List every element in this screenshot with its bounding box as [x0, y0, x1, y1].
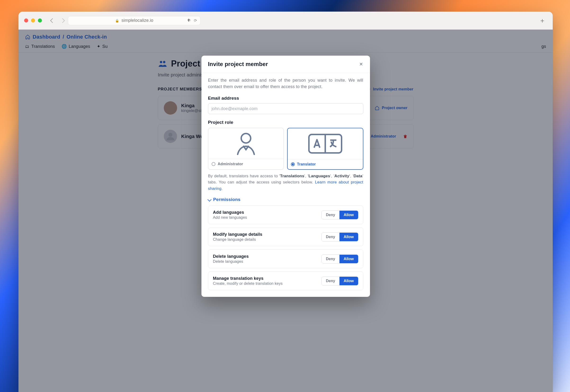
perm-toggle: Deny Allow: [321, 277, 358, 285]
permission-row: Delete languages Delete languages Deny A…: [208, 250, 363, 268]
perm-desc: Create, modify or delete translation key…: [213, 281, 283, 286]
new-tab-button[interactable]: ＋: [539, 16, 546, 25]
perm-desc: Change language details: [213, 238, 263, 242]
safari-window: 🔒 simplelocalize.io 🗣 ⟳ ＋ Dashboard / On…: [18, 12, 553, 392]
fullscreen-window-button[interactable]: [38, 18, 42, 23]
svg-point-5: [241, 134, 251, 143]
radio-icon: [291, 162, 295, 166]
lock-icon: 🔒: [115, 19, 119, 23]
deny-button[interactable]: Deny: [322, 211, 339, 219]
perm-toggle: Deny Allow: [321, 254, 358, 264]
permission-row: Modify language details Change language …: [208, 227, 363, 246]
close-window-button[interactable]: [24, 18, 28, 23]
forward-button[interactable]: [60, 18, 65, 23]
role-note: By default, translators have access to '…: [208, 173, 363, 192]
perm-title: Add languages: [213, 210, 247, 215]
perm-desc: Add new languages: [213, 215, 247, 220]
browser-titlebar: 🔒 simplelocalize.io 🗣 ⟳ ＋: [18, 12, 553, 29]
translate-icon[interactable]: 🗣: [187, 18, 191, 23]
perm-title: Manage translation keys: [213, 276, 283, 281]
translator-illustration-icon: [288, 128, 363, 159]
deny-button[interactable]: Deny: [322, 277, 339, 285]
role-label: Project role: [208, 120, 363, 125]
admin-illustration-icon: [208, 128, 284, 159]
deny-button[interactable]: Deny: [322, 255, 339, 263]
permission-row: Add languages Add new languages Deny All…: [208, 206, 363, 224]
invite-member-modal: Invite project member ✕ Enter the email …: [201, 56, 370, 297]
modal-intro: Enter the email address and role of the …: [208, 77, 363, 90]
address-actions: 🗣 ⟳: [187, 18, 197, 23]
perm-toggle: Deny Allow: [321, 210, 358, 219]
allow-button[interactable]: Allow: [339, 277, 358, 285]
perm-title: Delete languages: [213, 254, 249, 259]
role-option-translator[interactable]: Translator: [287, 128, 363, 170]
chevron-down-icon: [207, 198, 211, 202]
minimize-window-button[interactable]: [31, 18, 35, 23]
email-label: Email address: [208, 96, 363, 101]
email-input[interactable]: [208, 103, 363, 114]
perm-desc: Delete languages: [213, 259, 249, 264]
close-modal-button[interactable]: ✕: [359, 61, 363, 67]
perm-title: Modify language details: [213, 232, 263, 237]
role-option-administrator[interactable]: Administrator: [208, 128, 284, 170]
address-bar[interactable]: 🔒 simplelocalize.io 🗣 ⟳: [68, 16, 200, 25]
allow-button[interactable]: Allow: [339, 211, 358, 219]
permissions-toggle[interactable]: Permissions: [208, 197, 363, 202]
role-name: Administrator: [218, 162, 243, 166]
perm-toggle: Deny Allow: [321, 232, 358, 241]
allow-button[interactable]: Allow: [339, 233, 358, 241]
reload-icon[interactable]: ⟳: [194, 18, 197, 23]
nav-buttons: [51, 19, 64, 22]
back-button[interactable]: [50, 18, 55, 23]
role-name: Translator: [297, 162, 316, 167]
radio-icon: [212, 162, 215, 166]
permission-row: Manage translation keys Create, modify o…: [208, 271, 363, 290]
window-controls: [24, 18, 42, 23]
permissions-label: Permissions: [213, 197, 240, 202]
deny-button[interactable]: Deny: [322, 233, 339, 241]
allow-button[interactable]: Allow: [339, 255, 358, 263]
modal-title: Invite project member: [208, 61, 268, 68]
url-text: simplelocalize.io: [121, 18, 153, 23]
app-viewport: Dashboard / Online Check-in 🗂 Translatio…: [18, 29, 553, 392]
